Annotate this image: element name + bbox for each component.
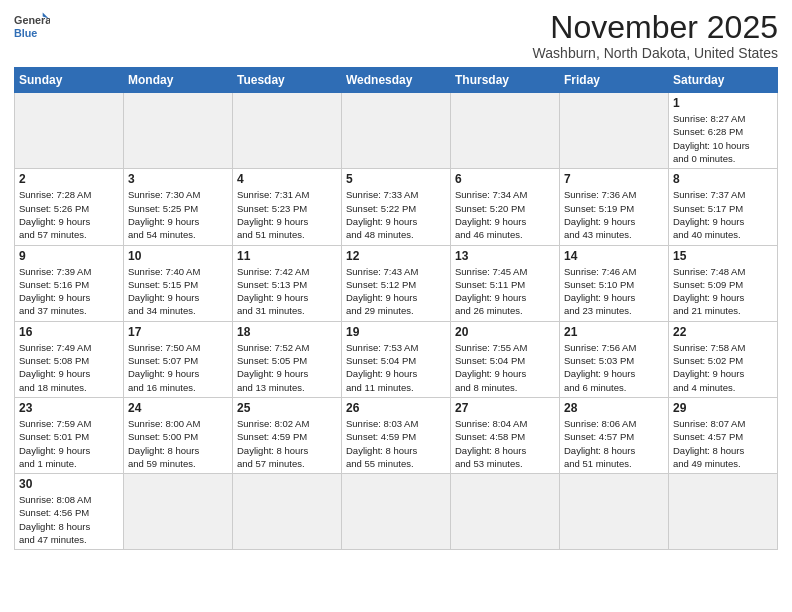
day-number: 28 xyxy=(564,401,664,415)
day-cell xyxy=(669,474,778,550)
day-cell xyxy=(124,474,233,550)
day-cell: 3Sunrise: 7:30 AM Sunset: 5:25 PM Daylig… xyxy=(124,169,233,245)
day-cell: 5Sunrise: 7:33 AM Sunset: 5:22 PM Daylig… xyxy=(342,169,451,245)
day-info: Sunrise: 7:56 AM Sunset: 5:03 PM Dayligh… xyxy=(564,341,664,394)
day-info: Sunrise: 7:39 AM Sunset: 5:16 PM Dayligh… xyxy=(19,265,119,318)
day-info: Sunrise: 7:50 AM Sunset: 5:07 PM Dayligh… xyxy=(128,341,228,394)
col-header-wednesday: Wednesday xyxy=(342,68,451,93)
day-number: 3 xyxy=(128,172,228,186)
logo: General Blue xyxy=(14,10,50,46)
day-number: 13 xyxy=(455,249,555,263)
day-cell xyxy=(451,474,560,550)
day-number: 14 xyxy=(564,249,664,263)
day-cell: 23Sunrise: 7:59 AM Sunset: 5:01 PM Dayli… xyxy=(15,397,124,473)
day-cell: 10Sunrise: 7:40 AM Sunset: 5:15 PM Dayli… xyxy=(124,245,233,321)
day-number: 22 xyxy=(673,325,773,339)
day-info: Sunrise: 7:31 AM Sunset: 5:23 PM Dayligh… xyxy=(237,188,337,241)
day-cell: 28Sunrise: 8:06 AM Sunset: 4:57 PM Dayli… xyxy=(560,397,669,473)
day-cell: 22Sunrise: 7:58 AM Sunset: 5:02 PM Dayli… xyxy=(669,321,778,397)
day-cell xyxy=(560,93,669,169)
day-number: 16 xyxy=(19,325,119,339)
day-number: 4 xyxy=(237,172,337,186)
day-info: Sunrise: 7:33 AM Sunset: 5:22 PM Dayligh… xyxy=(346,188,446,241)
day-info: Sunrise: 8:00 AM Sunset: 5:00 PM Dayligh… xyxy=(128,417,228,470)
day-cell: 24Sunrise: 8:00 AM Sunset: 5:00 PM Dayli… xyxy=(124,397,233,473)
week-row-6: 30Sunrise: 8:08 AM Sunset: 4:56 PM Dayli… xyxy=(15,474,778,550)
day-info: Sunrise: 7:55 AM Sunset: 5:04 PM Dayligh… xyxy=(455,341,555,394)
day-cell: 7Sunrise: 7:36 AM Sunset: 5:19 PM Daylig… xyxy=(560,169,669,245)
day-info: Sunrise: 8:27 AM Sunset: 6:28 PM Dayligh… xyxy=(673,112,773,165)
day-info: Sunrise: 8:06 AM Sunset: 4:57 PM Dayligh… xyxy=(564,417,664,470)
week-row-4: 16Sunrise: 7:49 AM Sunset: 5:08 PM Dayli… xyxy=(15,321,778,397)
day-cell: 20Sunrise: 7:55 AM Sunset: 5:04 PM Dayli… xyxy=(451,321,560,397)
day-cell xyxy=(124,93,233,169)
day-cell xyxy=(342,93,451,169)
day-cell xyxy=(15,93,124,169)
day-info: Sunrise: 7:52 AM Sunset: 5:05 PM Dayligh… xyxy=(237,341,337,394)
day-cell xyxy=(233,474,342,550)
day-number: 7 xyxy=(564,172,664,186)
day-info: Sunrise: 7:53 AM Sunset: 5:04 PM Dayligh… xyxy=(346,341,446,394)
day-info: Sunrise: 7:58 AM Sunset: 5:02 PM Dayligh… xyxy=(673,341,773,394)
day-number: 11 xyxy=(237,249,337,263)
day-number: 27 xyxy=(455,401,555,415)
day-cell: 6Sunrise: 7:34 AM Sunset: 5:20 PM Daylig… xyxy=(451,169,560,245)
logo-icon: General Blue xyxy=(14,10,50,46)
day-cell: 12Sunrise: 7:43 AM Sunset: 5:12 PM Dayli… xyxy=(342,245,451,321)
day-cell: 17Sunrise: 7:50 AM Sunset: 5:07 PM Dayli… xyxy=(124,321,233,397)
day-cell: 26Sunrise: 8:03 AM Sunset: 4:59 PM Dayli… xyxy=(342,397,451,473)
day-number: 29 xyxy=(673,401,773,415)
day-number: 17 xyxy=(128,325,228,339)
week-row-1: 1Sunrise: 8:27 AM Sunset: 6:28 PM Daylig… xyxy=(15,93,778,169)
day-number: 12 xyxy=(346,249,446,263)
day-cell: 8Sunrise: 7:37 AM Sunset: 5:17 PM Daylig… xyxy=(669,169,778,245)
header-row: SundayMondayTuesdayWednesdayThursdayFrid… xyxy=(15,68,778,93)
day-info: Sunrise: 8:02 AM Sunset: 4:59 PM Dayligh… xyxy=(237,417,337,470)
day-number: 1 xyxy=(673,96,773,110)
day-info: Sunrise: 7:37 AM Sunset: 5:17 PM Dayligh… xyxy=(673,188,773,241)
col-header-tuesday: Tuesday xyxy=(233,68,342,93)
day-info: Sunrise: 7:40 AM Sunset: 5:15 PM Dayligh… xyxy=(128,265,228,318)
day-number: 10 xyxy=(128,249,228,263)
day-info: Sunrise: 8:04 AM Sunset: 4:58 PM Dayligh… xyxy=(455,417,555,470)
day-info: Sunrise: 7:34 AM Sunset: 5:20 PM Dayligh… xyxy=(455,188,555,241)
day-cell xyxy=(342,474,451,550)
day-number: 19 xyxy=(346,325,446,339)
day-cell: 14Sunrise: 7:46 AM Sunset: 5:10 PM Dayli… xyxy=(560,245,669,321)
day-info: Sunrise: 8:03 AM Sunset: 4:59 PM Dayligh… xyxy=(346,417,446,470)
header: General Blue November 2025 Washburn, Nor… xyxy=(14,10,778,61)
day-number: 6 xyxy=(455,172,555,186)
day-cell xyxy=(451,93,560,169)
day-number: 23 xyxy=(19,401,119,415)
day-info: Sunrise: 8:07 AM Sunset: 4:57 PM Dayligh… xyxy=(673,417,773,470)
day-number: 18 xyxy=(237,325,337,339)
day-number: 25 xyxy=(237,401,337,415)
day-cell: 1Sunrise: 8:27 AM Sunset: 6:28 PM Daylig… xyxy=(669,93,778,169)
day-info: Sunrise: 7:28 AM Sunset: 5:26 PM Dayligh… xyxy=(19,188,119,241)
day-cell: 29Sunrise: 8:07 AM Sunset: 4:57 PM Dayli… xyxy=(669,397,778,473)
week-row-5: 23Sunrise: 7:59 AM Sunset: 5:01 PM Dayli… xyxy=(15,397,778,473)
day-cell: 30Sunrise: 8:08 AM Sunset: 4:56 PM Dayli… xyxy=(15,474,124,550)
day-info: Sunrise: 7:42 AM Sunset: 5:13 PM Dayligh… xyxy=(237,265,337,318)
day-info: Sunrise: 7:49 AM Sunset: 5:08 PM Dayligh… xyxy=(19,341,119,394)
day-cell: 2Sunrise: 7:28 AM Sunset: 5:26 PM Daylig… xyxy=(15,169,124,245)
day-cell: 9Sunrise: 7:39 AM Sunset: 5:16 PM Daylig… xyxy=(15,245,124,321)
day-info: Sunrise: 7:46 AM Sunset: 5:10 PM Dayligh… xyxy=(564,265,664,318)
day-cell: 27Sunrise: 8:04 AM Sunset: 4:58 PM Dayli… xyxy=(451,397,560,473)
week-row-2: 2Sunrise: 7:28 AM Sunset: 5:26 PM Daylig… xyxy=(15,169,778,245)
col-header-sunday: Sunday xyxy=(15,68,124,93)
day-cell xyxy=(560,474,669,550)
svg-text:Blue: Blue xyxy=(14,27,37,39)
day-cell: 19Sunrise: 7:53 AM Sunset: 5:04 PM Dayli… xyxy=(342,321,451,397)
day-number: 26 xyxy=(346,401,446,415)
day-number: 30 xyxy=(19,477,119,491)
day-cell: 13Sunrise: 7:45 AM Sunset: 5:11 PM Dayli… xyxy=(451,245,560,321)
title-block: November 2025 Washburn, North Dakota, Un… xyxy=(533,10,778,61)
day-cell: 21Sunrise: 7:56 AM Sunset: 5:03 PM Dayli… xyxy=(560,321,669,397)
day-number: 2 xyxy=(19,172,119,186)
col-header-monday: Monday xyxy=(124,68,233,93)
day-info: Sunrise: 7:43 AM Sunset: 5:12 PM Dayligh… xyxy=(346,265,446,318)
day-info: Sunrise: 7:48 AM Sunset: 5:09 PM Dayligh… xyxy=(673,265,773,318)
page: General Blue November 2025 Washburn, Nor… xyxy=(0,0,792,612)
day-cell: 25Sunrise: 8:02 AM Sunset: 4:59 PM Dayli… xyxy=(233,397,342,473)
